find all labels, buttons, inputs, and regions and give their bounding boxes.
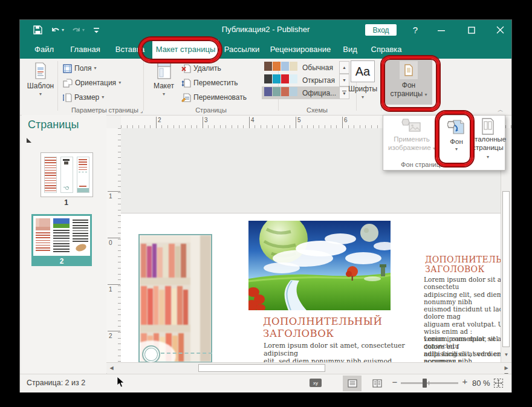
scroll-left-button[interactable]: ◀ [107, 363, 116, 373]
delete-page-button[interactable]: Удалить [181, 62, 221, 74]
page-thumbnail-2[interactable]: 2 [31, 214, 92, 266]
master-pages-icon [481, 118, 495, 135]
page-thumbnail-1[interactable] [41, 152, 93, 197]
tab-mailings[interactable]: Рассылки [219, 40, 265, 59]
minimize-icon [438, 27, 445, 34]
zoom-out-button[interactable]: − [391, 377, 399, 387]
scheme-swatch [290, 74, 297, 83]
ruler-number: 2 [109, 333, 112, 339]
scheme-item-2[interactable]: Открытая [262, 74, 340, 86]
vertical-ruler[interactable]: 10123 [106, 128, 122, 362]
zoom-in-button[interactable]: + [461, 376, 469, 386]
tab-home[interactable]: Главная [63, 40, 108, 59]
thumb-decoration [73, 220, 88, 243]
horizontal-scrollbar[interactable]: ◀ ▶ [106, 362, 511, 373]
scheme-item-3[interactable]: Официа... [262, 86, 340, 99]
collapse-panel-triangle[interactable] [27, 138, 31, 143]
scheme-swatch [290, 87, 297, 96]
minimize-button[interactable] [432, 20, 450, 40]
tab-review[interactable]: Рецензирование [266, 40, 335, 59]
single-page-view-icon [348, 379, 357, 388]
zoom-percentage[interactable]: 80 % [472, 379, 490, 388]
ruler-number: 0 [109, 239, 112, 246]
sign-in-button[interactable]: Вход [365, 24, 397, 36]
scroll-down-button[interactable]: ▼ [501, 350, 511, 359]
scheme-swatch [273, 74, 281, 83]
fonts-button[interactable]: Aa Шрифты ▾ [342, 60, 384, 105]
dialog-launcher-icon[interactable]: ⌟ [140, 108, 143, 114]
group-separator [381, 61, 381, 111]
orientation-button[interactable]: Ориентация▾ [63, 77, 121, 89]
tab-file[interactable]: Файл [28, 40, 60, 59]
zoom-slider-handle[interactable] [423, 379, 427, 388]
page-indicator[interactable]: Страница: 2 из 2 [27, 379, 85, 387]
rename-page-button[interactable]: Переименовать [181, 91, 247, 103]
publication-page[interactable]: ДОПОЛНИТЕЛЬНЫЙ ЗАГОЛОВОК Lorem ipsum dol… [121, 213, 501, 362]
zoom-slider-track[interactable] [401, 382, 458, 384]
page-thumbnail-1-number: 1 [41, 198, 92, 207]
size-button[interactable]: Размер▾ [63, 91, 104, 103]
article-body-right-2[interactable]: Lorem ipsum dolor sit amet, consectetu a… [424, 335, 511, 362]
group-label-pages: Страницы [144, 106, 277, 114]
help-button[interactable]: ? [408, 20, 423, 40]
orientation-icon [63, 79, 73, 88]
title-bar: ▾ ▾ Публикация2 - Publisher Вход ? [20, 20, 511, 40]
thumb-decoration [33, 216, 90, 256]
chevron-down-icon: ▾ [118, 80, 121, 85]
tab-view[interactable]: Вид [336, 40, 364, 59]
object-position-indicator[interactable]: xy [310, 379, 322, 387]
maximize-button[interactable] [462, 20, 481, 40]
rename-page-icon [181, 93, 191, 102]
thumb-decoration [36, 218, 50, 230]
move-page-button[interactable]: Переместить [181, 77, 238, 89]
ribbon-tab-bar: Файл Главная Вставка Макет страницы Расс… [20, 40, 511, 59]
flyout-group-label: Фон страницы [383, 161, 462, 168]
vertical-scrollbar-thumb[interactable] [502, 191, 510, 347]
scheme-name: Обычная [302, 63, 333, 72]
page-background-button[interactable]: Фон страницы ▾ [385, 60, 432, 105]
pages-panel: Страницы 1 [22, 115, 107, 374]
group-separator [143, 61, 144, 111]
scheme-item-1[interactable]: Обычная [262, 61, 340, 74]
bookshelf-image[interactable] [138, 234, 212, 362]
zoom-slider-center-tick [429, 381, 429, 385]
thumb-decoration [77, 157, 89, 193]
scroll-right-button[interactable]: ▶ [502, 363, 511, 373]
tab-insert[interactable]: Вставка [109, 40, 151, 59]
ruler-number: 6 [344, 117, 348, 123]
article-heading-right[interactable]: ДОПОЛНИТЕЛЬНЫЙ ЗАГОЛОВОК [425, 255, 511, 274]
margins-label: Поля [74, 64, 92, 73]
landscape-image[interactable] [248, 221, 391, 310]
tab-page-design[interactable]: Макет страницы [152, 40, 219, 59]
scheme-name: Открытая [302, 76, 335, 85]
ruler-major-tick [108, 331, 120, 331]
tab-help[interactable]: Справка [364, 40, 409, 59]
group-label-schemes: Схемы [279, 106, 355, 114]
article-body-middle[interactable]: Lorem ipsum dolor sit amet, consectetuer… [264, 342, 415, 362]
circle-ornament[interactable] [142, 345, 160, 362]
layout-button[interactable]: Макет ▾ [148, 60, 180, 105]
single-page-view-button[interactable] [343, 376, 362, 391]
thumb-decoration [53, 230, 70, 252]
master-pages-button[interactable]: Эталонные страницы ▾ [472, 118, 504, 160]
collapse-ribbon-button[interactable]: ︿ [498, 106, 504, 114]
two-page-view-button[interactable] [368, 376, 386, 391]
background-label: Фон [450, 137, 463, 146]
margins-icon [63, 64, 72, 73]
thumb-decoration [60, 157, 73, 193]
article-heading-middle[interactable]: ДОПОЛНИТЕЛЬНЫЙ ЗАГОЛОВОК [263, 316, 390, 340]
ruler-major-tick [156, 117, 157, 128]
background-button[interactable]: Фон ▾ [441, 118, 472, 152]
horizontal-scrollbar-thumb[interactable] [198, 364, 325, 372]
two-page-view-icon [372, 379, 382, 388]
scheme-swatch [281, 87, 289, 96]
template-button[interactable]: Шаблон ▾ [25, 60, 56, 105]
margins-button[interactable]: Поля▾ [63, 62, 97, 74]
close-button[interactable] [490, 20, 510, 40]
pages-panel-title: Страницы [28, 119, 79, 131]
apply-image-button[interactable]: Применить изображение ▾ [388, 118, 435, 152]
chevron-down-icon: ▾ [94, 66, 97, 71]
mouse-cursor-icon [117, 377, 125, 388]
ruler-number: 3 [204, 117, 208, 123]
fit-to-window-icon[interactable] [493, 378, 504, 388]
